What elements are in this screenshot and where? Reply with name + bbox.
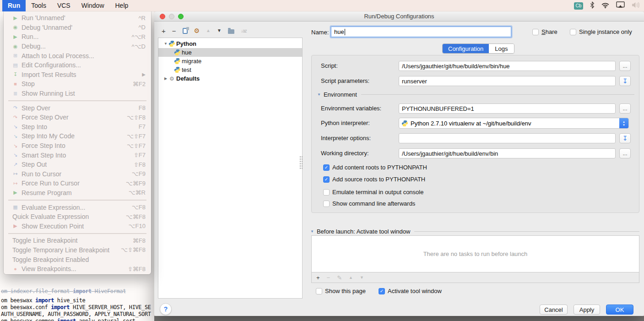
close-window-icon[interactable] <box>160 14 165 19</box>
menu-item-toggle-line-breakpoint[interactable]: Toggle Line Breakpoint⌘F8 <box>4 236 151 245</box>
move-up-button[interactable]: ▲ <box>206 28 211 33</box>
app-badge-icon[interactable]: Cb <box>574 2 583 10</box>
environment-variables-input[interactable]: PYTHONUNBUFFERED=1 <box>399 103 616 114</box>
tab-logs[interactable]: Logs <box>489 44 514 53</box>
checkbox-icon[interactable] <box>323 176 330 183</box>
tree-group-defaults[interactable]: ▶ ⚙ Defaults <box>158 74 302 83</box>
help-button[interactable]: ? <box>160 303 172 315</box>
select-stepper-icon[interactable]: ▴▾ <box>619 118 628 129</box>
menu-item-run[interactable]: ▶Run...^⌥R <box>4 32 151 42</box>
menu-item-debug-unnamed[interactable]: ◉Debug 'Unnamed'^D <box>4 23 151 33</box>
airplay-display-icon[interactable] <box>616 1 625 10</box>
checkbox-icon[interactable] <box>323 201 330 207</box>
zoom-window-icon[interactable] <box>178 14 184 19</box>
show-command-line-checkbox[interactable]: Show command line afterwards <box>323 200 415 207</box>
chevron-right-icon[interactable]: ▶ <box>163 76 168 81</box>
menu-item-toggle-breakpoint-enabled[interactable]: Toggle Breakpoint Enabled <box>4 255 151 264</box>
show-this-page-checkbox[interactable]: Show this page <box>316 288 366 294</box>
menu-item-attach-to-local-process[interactable]: ⊞Attach to Local Process... <box>4 51 151 60</box>
checkbox-icon[interactable] <box>316 288 322 294</box>
name-input[interactable]: hue <box>331 27 511 37</box>
single-instance-only-checkbox[interactable]: Single instance only <box>570 28 632 35</box>
menubar-item-run[interactable]: Run <box>2 0 26 11</box>
before-launch-header[interactable]: ▼ Before launch: Activate tool window <box>310 228 639 235</box>
checkbox-icon[interactable] <box>323 189 330 196</box>
menu-item-force-run-to-cursor[interactable]: ↦Force Run to Cursor⌥⌘F9 <box>4 179 151 188</box>
ok-button[interactable]: OK <box>606 305 633 315</box>
panel-splitter-handle[interactable] <box>299 156 303 169</box>
add-content-roots-checkbox[interactable]: Add content roots to PYTHONPATH <box>323 164 427 171</box>
edit-defaults-button[interactable]: ⚙ <box>194 27 200 34</box>
tree-group-python[interactable]: ▼ Python <box>158 39 302 48</box>
python-interpreter-select[interactable]: Python 2.7.10 virtualenv at ~/git/hue/bu… <box>399 118 629 129</box>
volume-icon[interactable] <box>632 2 639 10</box>
move-task-up-button[interactable]: ▲ <box>349 276 353 280</box>
sort-configurations-button[interactable]: ↓az <box>241 28 247 33</box>
tree-item-migrate[interactable]: migrate <box>158 57 302 65</box>
apply-button[interactable]: Apply <box>574 305 600 315</box>
cancel-button[interactable]: Cancel <box>540 305 568 315</box>
wifi-icon[interactable] <box>601 2 609 10</box>
working-directory-input[interactable]: /Users/jgauthier/git/hue/build/env/bin <box>399 148 616 158</box>
expand-interpreter-options-button[interactable]: ↧ <box>619 133 631 143</box>
menubar-item-vcs[interactable]: VCS <box>52 0 76 11</box>
menubar-item-window[interactable]: Window <box>76 0 110 11</box>
menu-item-step-into-my-code[interactable]: ↘Step Into My Code⌥⇧F7 <box>4 131 151 141</box>
bluetooth-icon[interactable] <box>590 1 595 11</box>
checkbox-icon[interactable] <box>323 164 330 171</box>
activate-tool-window-checkbox[interactable]: Activate tool window <box>379 288 442 294</box>
script-input[interactable]: /Users/jgauthier/git/hue/build/env/bin/h… <box>399 61 616 71</box>
script-parameters-input[interactable]: runserver <box>399 76 616 86</box>
menu-item-show-running-list[interactable]: ≣Show Running List <box>4 89 151 98</box>
copy-configuration-button[interactable] <box>183 28 188 34</box>
interpreter-options-input[interactable] <box>399 133 616 143</box>
emulate-terminal-checkbox[interactable]: Emulate terminal in output console <box>323 189 423 196</box>
menu-item-force-step-over[interactable]: ↷Force Step Over⌥⇧F8 <box>4 113 151 122</box>
dialog-titlebar[interactable]: Run/Debug Configurations <box>154 11 644 22</box>
menu-item-debug[interactable]: ◉Debug...^⌥D <box>4 42 151 51</box>
checkbox-icon[interactable] <box>379 288 385 294</box>
menu-item-edit-configurations[interactable]: ▤Edit Configurations... <box>4 60 151 70</box>
remove-configuration-button[interactable]: − <box>172 27 176 34</box>
tree-item-hue[interactable]: hue <box>158 48 302 57</box>
menu-item-force-step-into[interactable]: ↘Force Step Into⌥⇧F7 <box>4 141 151 151</box>
browse-environment-variables-button[interactable]: ... <box>619 103 631 114</box>
minimize-window-icon[interactable] <box>169 14 174 19</box>
move-task-down-button[interactable]: ▼ <box>360 276 364 280</box>
menu-item-resume-program[interactable]: ▶Resume Program⌥⌘R <box>4 188 151 198</box>
menu-item-step-over[interactable]: ↷Step OverF8 <box>4 103 151 113</box>
add-task-button[interactable]: + <box>316 275 320 281</box>
menu-item-run-to-cursor[interactable]: ↦Run to Cursor⌥F9 <box>4 169 151 179</box>
tree-item-test[interactable]: test <box>158 65 302 74</box>
browse-script-button[interactable]: ... <box>619 61 631 71</box>
menu-item-toggle-temporary-line-breakpoint[interactable]: Toggle Temporary Line Breakpoint⌥⇧⌘F8 <box>4 245 151 255</box>
menu-item-quick-evaluate-expression[interactable]: Quick Evaluate Expression⌥⌘F8 <box>4 212 151 222</box>
menu-item-stop[interactable]: ■Stop⌘F2 <box>4 79 151 89</box>
edit-task-button[interactable]: ✎ <box>337 275 342 281</box>
menubar-item-help[interactable]: Help <box>110 0 134 11</box>
chevron-down-icon[interactable]: ▼ <box>310 229 314 234</box>
menu-item-evaluate-expression[interactable]: ▦Evaluate Expression...⌥F8 <box>4 202 151 212</box>
checkbox-icon[interactable] <box>532 29 539 35</box>
create-folder-button[interactable] <box>228 29 234 34</box>
tab-configuration[interactable]: Configuration <box>443 44 489 53</box>
chevron-down-icon[interactable]: ▼ <box>317 92 321 97</box>
expand-script-parameters-button[interactable]: ↧ <box>619 76 631 86</box>
chevron-down-icon[interactable]: ▼ <box>163 42 168 46</box>
add-source-roots-checkbox[interactable]: Add source roots to PYTHONPATH <box>323 176 425 183</box>
browse-working-directory-button[interactable]: ... <box>619 148 631 158</box>
before-launch-task-list[interactable]: There are no tasks to run before launch <box>311 235 639 272</box>
environment-group-header[interactable]: ▼ Environment <box>317 91 634 98</box>
remove-task-button[interactable]: − <box>327 275 330 281</box>
menu-item-step-into[interactable]: ↘Step IntoF7 <box>4 122 151 132</box>
add-configuration-button[interactable]: + <box>162 27 166 34</box>
menu-item-show-execution-point[interactable]: ▶Show Execution Point⌥F10 <box>4 221 151 231</box>
menu-item-smart-step-into[interactable]: ↘Smart Step Into⇧F7 <box>4 150 151 160</box>
menubar-item-tools[interactable]: Tools <box>26 0 52 11</box>
share-checkbox[interactable]: Share <box>532 28 557 35</box>
move-down-button[interactable]: ▼ <box>217 28 222 33</box>
menu-item-run-unnamed[interactable]: ▶Run 'Unnamed'^R <box>4 13 151 23</box>
menu-item-step-out[interactable]: ↗Step Out⇧F8 <box>4 160 151 169</box>
menu-item-import-test-results[interactable]: ↧Import Test Results▶ <box>4 70 151 80</box>
menu-item-view-breakpoints[interactable]: ●View Breakpoints...⇧⌘F8 <box>4 264 151 274</box>
